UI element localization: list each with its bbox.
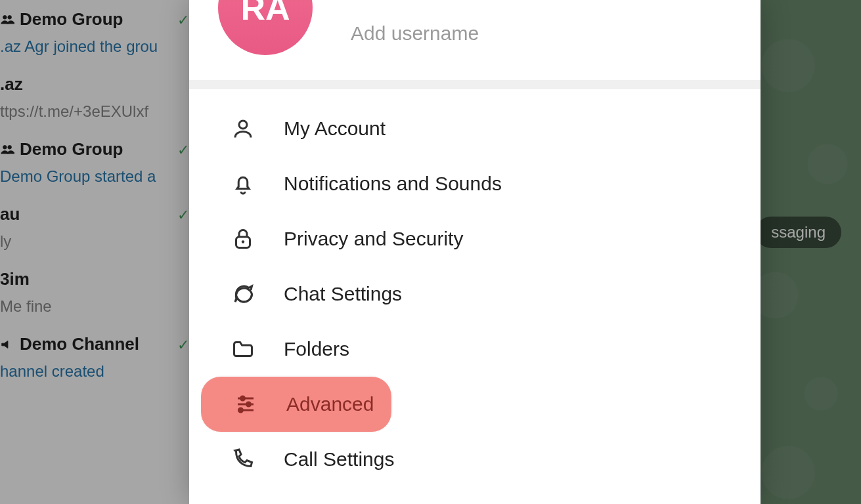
person-icon	[230, 116, 256, 142]
settings-item-label: Notifications and Sounds	[284, 173, 502, 195]
settings-item-folders[interactable]: Folders	[198, 322, 751, 377]
settings-item-label: Chat Settings	[284, 283, 402, 305]
avatar[interactable]: RA	[218, 0, 313, 55]
settings-item-label: Folders	[284, 338, 349, 360]
settings-item-label: Advanced	[286, 393, 374, 415]
sliders-icon	[232, 391, 259, 417]
settings-menu: My AccountNotifications and SoundsPrivac…	[189, 89, 761, 499]
svg-point-4	[239, 121, 247, 129]
svg-point-6	[242, 240, 245, 243]
settings-item-label: Call Settings	[284, 448, 394, 471]
settings-item-calls[interactable]: Call Settings	[198, 432, 751, 487]
settings-item-label: Privacy and Security	[284, 228, 463, 250]
profile-header: RA Add username	[189, 0, 761, 89]
settings-item-advanced[interactable]: Advanced	[201, 377, 391, 432]
svg-point-10	[241, 396, 245, 400]
settings-item-notif[interactable]: Notifications and Sounds	[198, 156, 751, 211]
lock-icon	[230, 226, 256, 252]
svg-point-11	[247, 402, 251, 406]
settings-item-account[interactable]: My Account	[198, 101, 751, 156]
settings-item-label: My Account	[284, 117, 386, 140]
svg-point-12	[239, 408, 243, 412]
settings-item-privacy[interactable]: Privacy and Security	[198, 211, 751, 266]
chat-icon	[230, 281, 256, 307]
settings-item-chat[interactable]: Chat Settings	[198, 266, 751, 322]
bell-icon	[230, 171, 256, 197]
settings-panel: RA Add username My AccountNotifications …	[189, 0, 761, 504]
add-username-button[interactable]: Add username	[351, 22, 479, 45]
phone-icon	[230, 446, 256, 472]
folder-icon	[230, 336, 256, 362]
